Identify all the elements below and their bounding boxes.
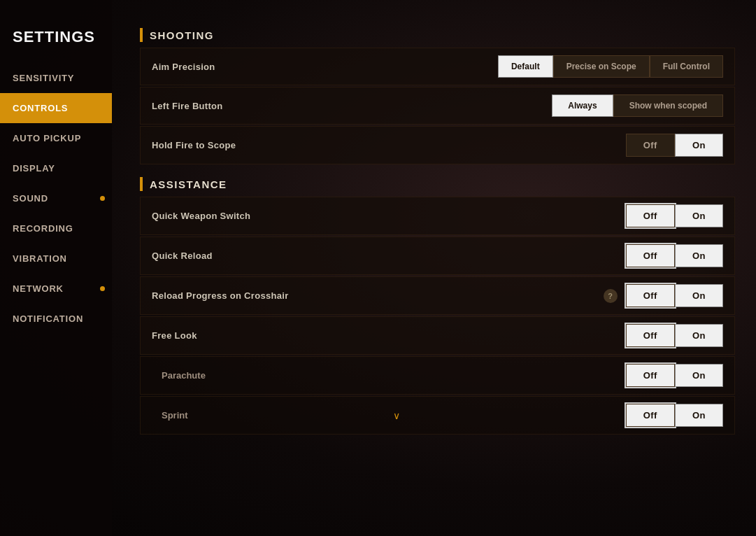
sprint-off-btn[interactable]: Off — [626, 404, 675, 427]
quick-weapon-switch-on-btn[interactable]: On — [675, 204, 723, 227]
reload-progress-on-btn[interactable]: On — [675, 284, 723, 307]
reload-progress-off-btn[interactable]: Off — [626, 284, 675, 307]
free-look-label: Free Look — [152, 330, 626, 341]
settings-title: SETTINGS — [0, 14, 112, 63]
sidebar-item-label-controls: CONTROLS — [13, 103, 68, 113]
free-look-off-btn[interactable]: Off — [626, 324, 675, 347]
quick-reload-off-btn[interactable]: Off — [626, 244, 675, 267]
free-look-toggle: Off On — [626, 324, 723, 347]
shooting-section-title: SHOOTING — [150, 29, 214, 41]
quick-weapon-switch-row: Quick Weapon Switch Off On — [140, 197, 735, 235]
sidebar-item-label-notification: NOTIFICATION — [13, 313, 83, 324]
shooting-section: SHOOTING Aim Precision Default Precise o… — [140, 28, 735, 164]
quick-reload-row: Quick Reload Off On — [140, 237, 735, 275]
parachute-toggle: Off On — [626, 364, 723, 387]
left-fire-button-toggle: Always Show when scoped — [552, 94, 723, 117]
free-look-on-btn[interactable]: On — [675, 324, 723, 347]
hold-fire-off-btn[interactable]: Off — [626, 134, 675, 157]
parachute-label: Parachute — [162, 370, 626, 381]
reload-progress-crosshair-toggle: Off On — [626, 284, 723, 307]
sidebar-item-display[interactable]: DISPLAY — [0, 153, 112, 183]
parachute-off-btn[interactable]: Off — [626, 364, 675, 387]
sidebar-item-label-network: NETWORK — [13, 283, 64, 294]
parachute-on-btn[interactable]: On — [675, 364, 723, 387]
aim-precision-toggle: Default Precise on Scope Full Control — [498, 55, 723, 78]
sprint-on-btn[interactable]: On — [675, 404, 723, 427]
assistance-section-title: ASSISTANCE — [150, 178, 227, 190]
reload-progress-crosshair-label: Reload Progress on Crosshair — [152, 290, 604, 301]
sidebar-item-label-sound: SOUND — [13, 193, 48, 204]
sprint-label: Sprint — [162, 410, 387, 421]
quick-reload-on-btn[interactable]: On — [675, 244, 723, 267]
left-fire-button-label: Left Fire Button — [152, 101, 552, 111]
sidebar-item-label-vibration: VIBRATION — [13, 253, 67, 264]
quick-reload-toggle: Off On — [626, 244, 723, 267]
assistance-section-bar — [140, 177, 143, 191]
sound-dot-icon — [100, 196, 105, 201]
sidebar: SETTINGS SENSITIVITY CONTROLS AUTO PICKU… — [0, 0, 112, 536]
sidebar-item-label-recording: RECORDING — [13, 223, 73, 234]
sidebar-item-sensitivity[interactable]: SENSITIVITY — [0, 63, 112, 93]
sprint-toggle: Off On — [626, 404, 723, 427]
shooting-section-bar — [140, 28, 143, 42]
hold-fire-to-scope-row: Hold Fire to Scope Off On — [140, 126, 735, 164]
sidebar-item-vibration[interactable]: VIBRATION — [0, 244, 112, 274]
aim-precision-default-btn[interactable]: Default — [498, 55, 553, 78]
shooting-section-header: SHOOTING — [140, 28, 735, 42]
sprint-chevron-down-icon[interactable]: ∨ — [393, 410, 400, 421]
sidebar-item-label-auto-pickup: AUTO PICKUP — [13, 133, 81, 143]
hold-fire-to-scope-toggle: Off On — [626, 134, 723, 157]
sidebar-item-sound[interactable]: SOUND — [0, 183, 112, 213]
left-fire-button-row: Left Fire Button Always Show when scoped — [140, 87, 735, 125]
reload-progress-help-icon[interactable]: ? — [604, 289, 618, 303]
quick-weapon-switch-toggle: Off On — [626, 204, 723, 227]
hold-fire-on-btn[interactable]: On — [675, 134, 723, 157]
hold-fire-to-scope-label: Hold Fire to Scope — [152, 140, 626, 150]
sidebar-item-recording[interactable]: RECORDING — [0, 213, 112, 244]
sidebar-item-auto-pickup[interactable]: AUTO PICKUP — [0, 123, 112, 153]
left-fire-always-btn[interactable]: Always — [552, 94, 613, 117]
sidebar-item-controls[interactable]: CONTROLS — [0, 93, 112, 123]
sprint-row: Sprint ∨ Off On — [140, 396, 735, 435]
main-content: SHOOTING Aim Precision Default Precise o… — [112, 0, 756, 536]
left-fire-scoped-btn[interactable]: Show when scoped — [613, 94, 723, 117]
quick-weapon-switch-off-btn[interactable]: Off — [626, 204, 675, 227]
assistance-section-header: ASSISTANCE — [140, 177, 735, 191]
aim-precision-precise-btn[interactable]: Precise on Scope — [553, 55, 650, 78]
network-dot-icon — [100, 286, 105, 291]
parachute-row: Parachute Off On — [140, 356, 735, 395]
quick-reload-label: Quick Reload — [152, 251, 626, 261]
aim-precision-row: Aim Precision Default Precise on Scope F… — [140, 48, 735, 85]
aim-precision-fullcontrol-btn[interactable]: Full Control — [650, 55, 723, 78]
main-container: SETTINGS SENSITIVITY CONTROLS AUTO PICKU… — [0, 0, 756, 536]
sidebar-item-network[interactable]: NETWORK — [0, 274, 112, 304]
sidebar-item-label-sensitivity: SENSITIVITY — [13, 73, 74, 83]
assistance-section: ASSISTANCE Quick Weapon Switch Off On Qu… — [140, 177, 735, 435]
sidebar-item-label-display: DISPLAY — [13, 163, 55, 174]
reload-progress-crosshair-row: Reload Progress on Crosshair ? Off On — [140, 276, 735, 315]
free-look-row: Free Look Off On — [140, 316, 735, 355]
aim-precision-label: Aim Precision — [152, 62, 498, 72]
sidebar-item-notification[interactable]: NOTIFICATION — [0, 304, 112, 334]
quick-weapon-switch-label: Quick Weapon Switch — [152, 211, 626, 221]
